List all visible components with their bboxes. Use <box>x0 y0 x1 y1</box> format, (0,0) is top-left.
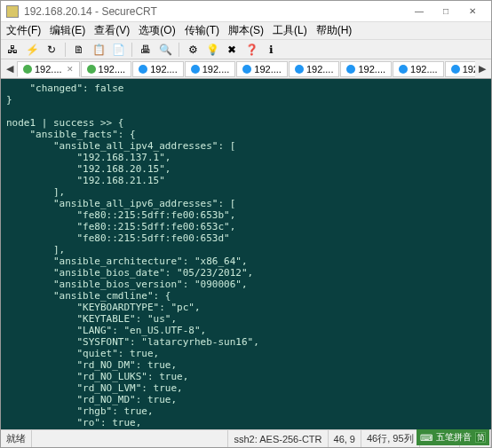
info-icon <box>295 65 304 74</box>
menubar: 文件(F) 编辑(E) 查看(V) 选项(O) 传输(T) 脚本(S) 工具(L… <box>1 22 491 40</box>
tab-label: 192.... <box>463 64 475 75</box>
copy-icon[interactable]: 📋 <box>91 42 107 58</box>
info-icon <box>139 65 147 74</box>
tab-label: 192.... <box>202 64 230 75</box>
status-ready: 就绪 <box>1 430 32 447</box>
menu-file[interactable]: 文件(F) <box>6 23 41 38</box>
status-rowcol: 46行, 95列 <box>361 430 420 447</box>
terminal[interactable]: "changed": false } node1 | success >> { … <box>1 79 491 429</box>
tab-scroll-left[interactable]: ◀ <box>3 63 17 75</box>
menu-view[interactable]: 查看(V) <box>94 23 130 38</box>
info-icon <box>451 65 460 74</box>
titlebar: 192.168.20.14 - SecureCRT — □ ✕ <box>1 1 491 22</box>
minimize-button[interactable]: — <box>406 3 432 20</box>
menu-edit[interactable]: 编辑(E) <box>50 23 85 38</box>
connect-icon[interactable]: 🖧 <box>4 42 20 58</box>
menu-help[interactable]: 帮助(H) <box>316 23 353 38</box>
paste-icon[interactable]: 📄 <box>110 42 126 58</box>
settings-icon[interactable]: ⚙ <box>185 42 201 58</box>
status-ssh: ssh2: AES-256-CTR <box>228 430 328 447</box>
info-icon <box>242 65 251 74</box>
tab-session-4[interactable]: 192.... <box>236 61 288 77</box>
ime-label: 五笔拼音 <box>436 431 472 444</box>
tab-session-3[interactable]: 192.... <box>185 61 236 77</box>
app-icon <box>6 5 19 18</box>
connected-icon <box>87 65 96 74</box>
find-icon[interactable]: 🔍 <box>157 42 173 58</box>
tab-label: 192.... <box>358 64 385 75</box>
tab-session-6[interactable]: 192.... <box>340 61 392 77</box>
light-icon[interactable]: 💡 <box>204 42 220 58</box>
tab-label: 192.... <box>150 64 178 75</box>
info-icon <box>346 65 355 74</box>
close-button[interactable]: ✕ <box>459 3 486 20</box>
tab-label: 192.... <box>99 64 126 75</box>
new-icon[interactable]: 🗎 <box>71 42 87 58</box>
tab-label: 192.... <box>410 64 438 75</box>
x-icon[interactable]: ✖ <box>224 42 240 58</box>
info-icon <box>191 65 200 74</box>
tab-session-5[interactable]: 192.... <box>289 61 340 77</box>
tab-label: 192.... <box>254 64 282 75</box>
tab-label: 192.... <box>306 64 334 75</box>
tab-session-7[interactable]: 192.... <box>393 61 444 77</box>
connected-icon <box>23 65 32 74</box>
ime-btn1[interactable]: 简 <box>475 432 486 443</box>
maximize-button[interactable]: □ <box>432 3 459 20</box>
tab-session-8[interactable]: 192.... <box>445 61 475 77</box>
menu-options[interactable]: 选项(O) <box>139 23 175 38</box>
toolbar: 🖧 ⚡ ↻ 🗎 📋 📄 🖶 🔍 ⚙ 💡 ✖ ❓ ℹ <box>1 40 491 59</box>
window-title: 192.168.20.14 - SecureCRT <box>24 5 157 18</box>
status-pos: 46, 9 <box>329 430 361 447</box>
tab-session-1[interactable]: 192.... <box>81 61 132 77</box>
info-icon <box>399 65 408 74</box>
tab-label: 192.... <box>35 64 62 75</box>
menu-script[interactable]: 脚本(S) <box>228 23 264 38</box>
reconnect-icon[interactable]: ↻ <box>44 42 60 58</box>
tab-close-icon[interactable]: ✕ <box>67 65 74 74</box>
menu-tools[interactable]: 工具(L) <box>273 23 307 38</box>
tab-session-2[interactable]: 192.... <box>132 61 184 77</box>
tab-scroll-right[interactable]: ▶ <box>475 63 489 75</box>
quick-connect-icon[interactable]: ⚡ <box>24 42 40 58</box>
print-icon[interactable]: 🖶 <box>138 42 154 58</box>
help-icon[interactable]: ❓ <box>243 42 259 58</box>
ime-indicator[interactable]: ⌨五笔拼音 简 <box>417 429 489 445</box>
tab-session-0[interactable]: 192....✕ <box>17 61 80 77</box>
tabbar: ◀ 192....✕192....192....192....192....19… <box>1 59 491 79</box>
menu-transfer[interactable]: 传输(T) <box>185 23 219 38</box>
about-icon[interactable]: ℹ <box>263 42 279 58</box>
